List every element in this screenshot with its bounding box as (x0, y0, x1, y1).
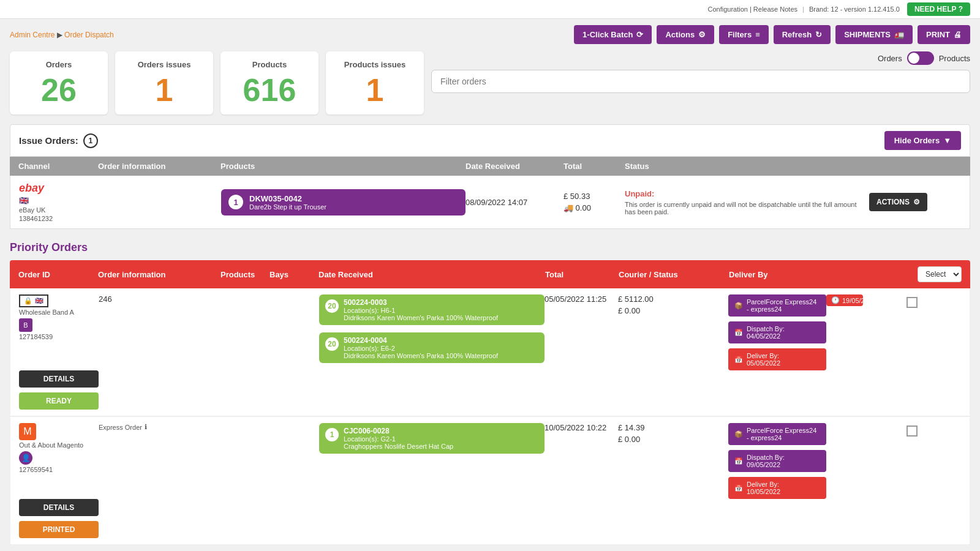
filter-input[interactable] (431, 70, 970, 93)
orders-card-title: Orders (22, 60, 96, 69)
col-total: Total (564, 162, 625, 171)
p1-courier-pill[interactable]: 📦 ParcelForce Express24 - express24 (728, 294, 826, 317)
shipments-label: SHIPMENTS (844, 30, 891, 39)
breadcrumb: Admin Centre ▶ Order Dispatch (10, 31, 114, 39)
hide-orders-button[interactable]: Hide Orders ▼ (884, 131, 961, 150)
p1-checkbox[interactable] (907, 297, 918, 308)
summary-section: Orders 26 Orders issues 1 Products 616 P… (10, 51, 970, 114)
orders-card-value: 26 (22, 74, 96, 106)
priority-row-1: 🔒 🇬🇧 Wholesale Band A B 127184539 246 20… (10, 288, 970, 416)
p1-total: £ 5112.00 £ 0.00 (618, 294, 728, 315)
priority-orders-section: Priority Orders Order ID Order informati… (10, 241, 970, 545)
p2-deliver-pill: 📅 Deliver By:10/05/2022 (728, 477, 826, 499)
channel-name: eBay UK (19, 206, 45, 214)
p1-order-info: 246 (99, 294, 221, 304)
orders-card: Orders 26 (10, 51, 108, 114)
print-button[interactable]: PRINT 🖨 (918, 25, 970, 44)
breadcrumb-admin[interactable]: Admin Centre (10, 31, 55, 39)
p1-checkbox-cell (863, 294, 961, 308)
need-help-button[interactable]: NEED HELP ? (907, 2, 970, 16)
orders-issues-card-title: Orders issues (127, 60, 201, 69)
refresh-label: Refresh (782, 30, 812, 39)
p1-channel-name: Wholesale Band A (19, 309, 74, 316)
col-channel: Channel (18, 162, 98, 171)
product-pill[interactable]: 1 DKW035-0042 Dare2b Step it up Trouser (221, 189, 466, 216)
pcol-order-id: Order ID (18, 270, 98, 279)
date-cell: 08/09/2022 14:07 (466, 198, 564, 207)
product-name: Dare2b Step it up Trouser (249, 203, 326, 211)
print-label: PRINT (926, 30, 950, 39)
p1-dispatch-pill: 📅 Dispatch By:04/05/2022 (728, 321, 826, 343)
p2-details-button[interactable]: DETAILS (19, 499, 99, 516)
products-card: Products 616 (221, 51, 318, 114)
p1-order-id: 127184539 (19, 333, 53, 340)
p1-product-pill-1[interactable]: 20 500224-0003 Location(s): H6-1 Didriks… (319, 294, 545, 325)
total-ship: 🚚 0.00 (564, 203, 625, 212)
issue-orders-label: Issue Orders: 1 (19, 133, 98, 148)
pcol-date: Date Received (318, 270, 545, 279)
clock-icon: 🕐 (831, 296, 840, 304)
p1-deliver-pill: 📅 Deliver By:05/05/2022 (728, 348, 826, 370)
p2-channel-cell: M Out & About Magento 👤 127659541 (19, 423, 99, 473)
p2-courier-pill[interactable]: 📦 ParcelForce Express24 - express24 (728, 423, 826, 445)
row-actions-button[interactable]: ACTIONS ⚙ (869, 193, 927, 211)
gear-icon-sm: ⚙ (913, 198, 920, 206)
p1-total-ship: £ 0.00 (618, 306, 728, 315)
brand-info: Brand: 12 - version 1.12.415.0 (809, 6, 900, 13)
product-qty: 1 (228, 195, 243, 209)
col-products: Products (221, 162, 466, 171)
product-cell: 1 DKW035-0042 Dare2b Step it up Trouser (221, 189, 466, 216)
toggle-orders-label: Orders (878, 54, 902, 63)
issue-orders-section: Issue Orders: 1 Hide Orders ▼ Channel Or… (10, 124, 970, 229)
pcol-order-info: Order information (98, 270, 221, 279)
p2-qty-1: 1 (325, 428, 339, 441)
shipments-button[interactable]: SHIPMENTS 🚛 (835, 25, 913, 44)
p1-date-badge: 🕐 19/05/2022 (826, 294, 863, 306)
p2-order-id: 127659541 (19, 466, 53, 473)
truck-icon: 🚛 (894, 30, 904, 39)
deliver-icon-2: 📅 (734, 484, 743, 492)
info-icon: ℹ (145, 423, 147, 431)
col-actions (870, 162, 962, 171)
p1-products-cell: 20 500224-0003 Location(s): H6-1 Didriks… (319, 294, 545, 367)
toggle-products-label: Products (939, 54, 970, 63)
orders-issues-card-value: 1 (127, 74, 201, 106)
batch-icon: ⟳ (636, 30, 643, 39)
p2-product-pill-1[interactable]: 1 CJC006-0028 Location(s): G2-1 Craghopp… (319, 423, 545, 454)
p2-checkbox-cell (863, 423, 961, 437)
p1-courier-cell: 📦 ParcelForce Express24 - express24 📅 Di… (728, 294, 826, 370)
chevron-icon: ▼ (943, 136, 951, 145)
issue-orders-header: Issue Orders: 1 Hide Orders ▼ (10, 124, 970, 157)
p1-product-info-1: 500224-0003 Location(s): H6-1 Didriksons… (344, 298, 498, 321)
status-title: Unpaid: (625, 189, 869, 198)
status-description: This order is currently unpaid and will … (625, 201, 869, 216)
p2-checkbox[interactable] (907, 425, 918, 437)
channel-flag: 🇬🇧 (19, 196, 29, 205)
channel-id: 138461232 (19, 215, 53, 222)
p1-action-cell: DETAILS READY (19, 370, 99, 410)
p1-ready-button[interactable]: READY (19, 392, 99, 410)
p1-details-button[interactable]: DETAILS (19, 370, 99, 388)
products-card-title: Products (233, 60, 306, 69)
actions-button[interactable]: Actions ⚙ (657, 25, 714, 44)
courier-icon-2: 📦 (734, 430, 743, 438)
refresh-button[interactable]: Refresh ↻ (774, 25, 831, 44)
refresh-icon: ↻ (815, 30, 822, 39)
actions-label: Actions (665, 30, 695, 39)
p1-channel-icon: B (19, 318, 32, 332)
batch-button[interactable]: 1-Click Batch ⟳ (574, 25, 652, 44)
p2-courier-cell: 📦 ParcelForce Express24 - express24 📅 Di… (728, 423, 826, 499)
p2-printed-button[interactable]: PRINTED (19, 521, 99, 538)
p2-channel-name: Out & About Magento (19, 441, 83, 449)
magento-logo: M (19, 423, 36, 440)
dispatch-icon: 📅 (734, 329, 743, 337)
select-dropdown[interactable]: Select (918, 266, 962, 282)
pcol-total: Total (545, 270, 619, 279)
courier-icon: 📦 (734, 302, 743, 310)
filters-button[interactable]: Filters ≡ (719, 25, 769, 44)
orders-products-toggle[interactable] (907, 51, 934, 65)
p1-date-badge-cell: 🕐 19/05/2022 (826, 294, 863, 310)
orders-issues-card: Orders issues 1 (115, 51, 213, 114)
p1-product-pill-2[interactable]: 20 500224-0004 Location(s): E6-2 Didriks… (319, 332, 545, 363)
col-date: Date Received (466, 162, 564, 171)
